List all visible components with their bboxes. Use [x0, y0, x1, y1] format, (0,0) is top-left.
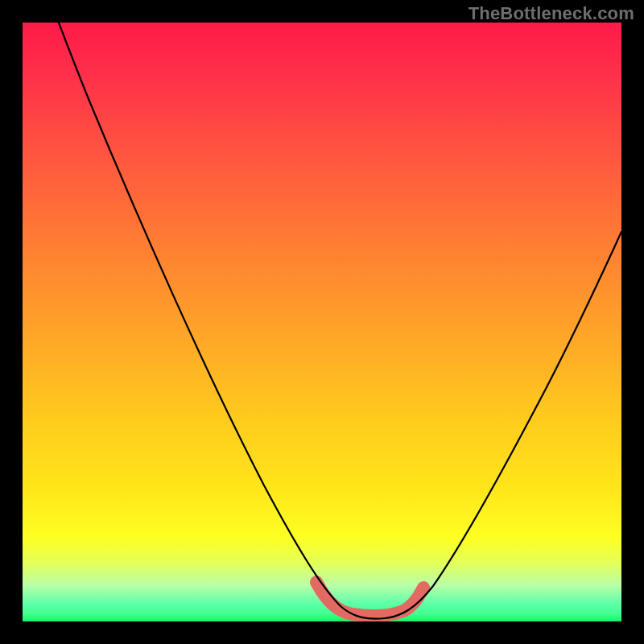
bottleneck-curve	[59, 23, 621, 619]
chart-frame: TheBottleneck.com	[0, 0, 644, 644]
watermark-text: TheBottleneck.com	[469, 3, 634, 24]
curve-layer	[23, 23, 621, 621]
plot-area	[23, 23, 621, 621]
